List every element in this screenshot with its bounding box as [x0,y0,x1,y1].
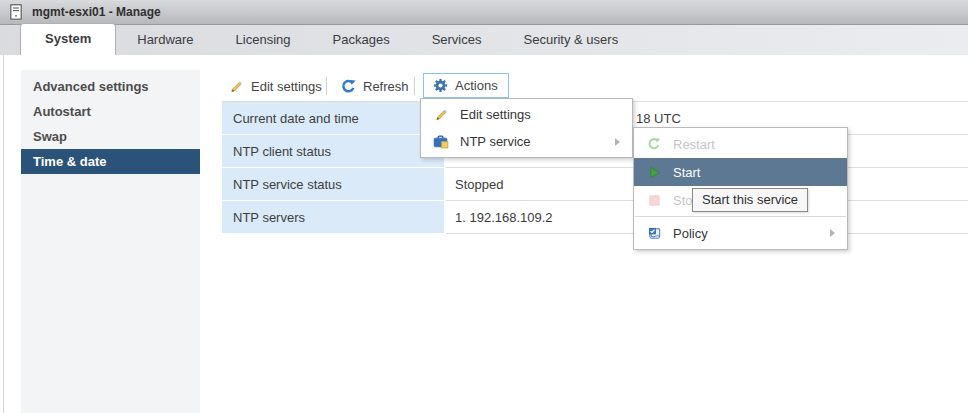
submenu-item-policy[interactable]: Policy [634,219,847,247]
tab-hardware[interactable]: Hardware [116,25,214,55]
submenu-arrow-icon [615,138,620,146]
edit-settings-label: Edit settings [251,79,322,94]
tooltip: Start this service [692,188,808,212]
service-icon [433,134,449,149]
tab-security-users[interactable]: Security & users [503,25,640,55]
tab-licensing[interactable]: Licensing [215,25,312,55]
submenu-item-label: Policy [673,226,708,241]
actions-menu: Edit settings NTP service [420,98,633,158]
settings-row-label: NTP servers [222,201,444,234]
window-titlebar: mgmt-esxi01 - Manage [0,0,968,25]
sidebar-item-autostart[interactable]: Autostart [21,99,200,124]
sidebar-item-swap[interactable]: Swap [21,124,200,149]
sidebar-item-time-date[interactable]: Time & date [21,149,200,174]
edit-settings-button[interactable]: Edit settings [228,74,322,99]
start-icon [646,166,662,179]
table-row: NTP service status Stopped [222,168,968,201]
settings-row-label: NTP client status [222,135,444,168]
table-row: NTP servers 1. 192.168.109.2 [222,201,968,234]
submenu-item-label: Restart [673,137,715,152]
actions-button[interactable]: Actions [423,73,509,98]
submenu-item-restart[interactable]: Restart [634,130,847,158]
tab-services[interactable]: Services [411,25,503,55]
tab-system[interactable]: System [20,23,116,55]
pencil-icon [228,80,244,94]
settings-row-label: NTP service status [222,168,444,201]
stop-icon [646,194,662,207]
menu-separator [635,216,846,217]
sidebar-item-advanced-settings[interactable]: Advanced settings [21,74,200,99]
toolbar-separator [326,77,327,95]
settings-row-label: Current date and time [222,102,444,135]
pencil-icon [433,108,449,122]
submenu-item-start[interactable]: Start [634,158,847,186]
content-left-edge [3,55,4,413]
policy-icon [646,226,662,241]
toolbar-separator [414,77,415,95]
host-icon [8,4,24,20]
menu-item-ntp-service[interactable]: NTP service [421,128,632,155]
window-title: mgmt-esxi01 - Manage [32,5,161,19]
menu-item-label: NTP service [460,134,531,149]
menu-item-edit-settings[interactable]: Edit settings [421,101,632,128]
menu-item-label: Edit settings [460,107,531,122]
refresh-icon [340,79,356,94]
submenu-arrow-icon [830,229,835,237]
restart-icon [646,137,662,151]
refresh-label: Refresh [363,79,409,94]
refresh-button[interactable]: Refresh [340,74,409,99]
gear-icon [432,78,448,93]
tab-bar: System Hardware Licensing Packages Servi… [0,25,968,55]
esxi-host-client-window: mgmt-esxi01 - Manage System Hardware Lic… [0,0,968,413]
tab-packages[interactable]: Packages [312,25,411,55]
actions-label: Actions [455,78,498,93]
sidebar: Advanced settings Autostart Swap Time & … [21,70,200,413]
submenu-item-label: Start [673,165,700,180]
